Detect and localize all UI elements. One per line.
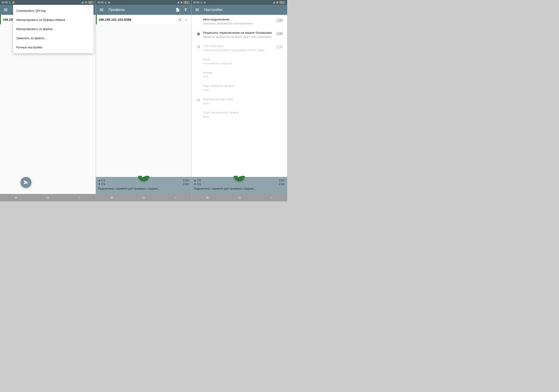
setting-mode: Режим VPN xyxy=(192,68,287,81)
navbar xyxy=(192,194,287,201)
popup-import-clipboard[interactable]: Импортировать из буфера обмена xyxy=(13,15,93,24)
signal-icon xyxy=(81,1,84,4)
battery-icon: 22 xyxy=(88,1,94,4)
setting-sub: Данные в выбранном профиле будут хуже за… xyxy=(203,35,275,39)
svg-rect-8 xyxy=(238,197,240,199)
setting-sub: Переключение может запрашивать ROOT прав… xyxy=(203,48,275,52)
statusbar: 02:09 22 xyxy=(96,0,192,5)
setting-socks5-port: Порт SOCKS5 прокси 1080 xyxy=(192,81,287,95)
appbar: Профили xyxy=(96,5,192,15)
svg-rect-1 xyxy=(47,197,49,199)
wifi-icon xyxy=(84,1,87,4)
clock: 02:09 xyxy=(98,1,104,4)
nav-recent[interactable] xyxy=(201,194,214,201)
svg-point-6 xyxy=(197,99,198,100)
circle-icon xyxy=(12,1,15,4)
statusbar: 02:09 22 xyxy=(0,0,96,5)
setting-sub: Запускать Shadowsocks при включении xyxy=(203,22,275,26)
connect-fab[interactable] xyxy=(20,177,31,188)
nav-home[interactable] xyxy=(233,194,246,201)
statusbar: 02:09 22 xyxy=(192,0,287,5)
signal-icon xyxy=(177,1,179,4)
setting-title: hosts xyxy=(203,57,275,61)
setting-sub: VPN xyxy=(203,75,275,79)
navbar xyxy=(0,194,96,201)
settings-list: Авто-подключение Запускать Shadowsocks п… xyxy=(192,15,287,177)
wifi-icon xyxy=(180,1,183,4)
nav-recent[interactable] xyxy=(9,194,22,201)
add-file-button[interactable] xyxy=(174,6,182,14)
setting-transparent-port: Порт прозрачного прокси 8200 xyxy=(192,108,287,121)
setting-title: Порт SOCKS5 прокси xyxy=(203,84,275,88)
setting-sub: 0 hostnames configured xyxy=(203,62,275,65)
screen-profiles: 02:09 22 Профили 198.199.101.152:83 xyxy=(96,0,192,201)
svg-rect-2 xyxy=(143,197,145,199)
setting-title: Порт прозрачного прокси xyxy=(203,111,275,115)
popup-scan-qr[interactable]: Сканировать QR-код xyxy=(13,6,93,15)
profile-row[interactable]: 198.199.101.152:8388 xyxy=(96,15,192,24)
clock: 02:09 xyxy=(193,1,199,4)
setting-title: Режим xyxy=(203,71,275,75)
nav-back[interactable] xyxy=(265,194,278,201)
connect-fab[interactable] xyxy=(234,170,245,181)
status-text: Подключено, нажмите для проверки соедине… xyxy=(98,187,189,190)
down-bytes: ▼ 0 Б xyxy=(194,183,201,186)
paper-plane-icon xyxy=(204,1,206,4)
menu-button[interactable] xyxy=(98,6,105,14)
clock: 02:09 xyxy=(2,1,8,4)
appbar-title: Профили xyxy=(109,8,174,12)
nav-recent[interactable] xyxy=(105,194,118,201)
up-rate: 0 Б/с xyxy=(183,179,189,182)
setting-sub: 5450 xyxy=(203,102,275,106)
up-bytes: ▲ 0 Б xyxy=(98,179,105,182)
appbar-title: Настройки xyxy=(204,8,285,12)
setting-title: Авто-подключение xyxy=(203,18,275,21)
setting-title: Локальный порт DNS xyxy=(203,97,275,101)
appbar: Настройки xyxy=(192,5,287,15)
popup-replace-file[interactable]: Заменить из файла... xyxy=(13,34,93,43)
paper-plane-icon xyxy=(108,1,111,4)
setting-dns-port: Локальный порт DNS 5450 xyxy=(192,95,287,108)
wifi-icon xyxy=(276,1,279,4)
setting-autoconnect[interactable]: Авто-подключение Запускать Shadowsocks п… xyxy=(192,15,287,28)
moon-icon xyxy=(200,1,203,4)
up-rate: 0 Б/с xyxy=(279,179,285,182)
signal-icon xyxy=(273,1,275,4)
import-menu: Сканировать QR-код Импортировать из буфе… xyxy=(13,5,93,53)
battery-icon: 22 xyxy=(183,1,189,4)
battery-icon: 22 xyxy=(279,1,285,4)
nav-home[interactable] xyxy=(137,194,150,201)
setting-title: TCP Fast Open xyxy=(203,44,275,48)
down-rate: 0 Б/с xyxy=(183,183,189,186)
bolt-icon xyxy=(194,44,203,49)
down-bytes: ▼ 0 Б xyxy=(98,183,105,186)
setting-tfo: TCP Fast Open Переключение может запраши… xyxy=(192,41,287,55)
switch xyxy=(276,45,283,48)
connect-fab[interactable] xyxy=(138,170,149,181)
nav-back[interactable] xyxy=(73,194,86,201)
down-rate: 0 Б/с xyxy=(279,183,285,186)
dns-icon xyxy=(194,97,203,102)
svg-point-7 xyxy=(197,101,198,101)
edit-button[interactable] xyxy=(183,16,189,23)
lock-icon xyxy=(194,31,203,36)
menu-button[interactable] xyxy=(2,6,9,14)
status-text: Подключено, нажмите для проверки соедине… xyxy=(194,187,285,190)
setting-lockscreen-toggle[interactable]: Разрешить переключение на экране блокиро… xyxy=(192,28,287,41)
share-button[interactable] xyxy=(177,16,183,23)
setting-sub: 1080 xyxy=(203,89,275,92)
nav-back[interactable] xyxy=(169,194,182,201)
setting-hosts: hosts 0 hostnames configured xyxy=(192,55,287,68)
switch[interactable] xyxy=(276,32,283,35)
screen-profiles-menu: 02:09 22 Профили 198.199.101.152:8388 xyxy=(0,0,96,201)
popup-import-file[interactable]: Импортировать из файла… xyxy=(13,24,93,34)
switch[interactable] xyxy=(276,19,283,22)
up-bytes: ▲ 0 Б xyxy=(194,179,201,182)
moon-icon xyxy=(9,1,11,4)
popup-manual[interactable]: Ручные настройки xyxy=(13,43,93,52)
upload-button[interactable] xyxy=(182,6,189,14)
moon-icon xyxy=(104,1,107,4)
setting-title: Разрешить переключение на экране блокиро… xyxy=(203,31,275,35)
menu-button[interactable] xyxy=(193,6,201,14)
nav-home[interactable] xyxy=(41,194,54,201)
